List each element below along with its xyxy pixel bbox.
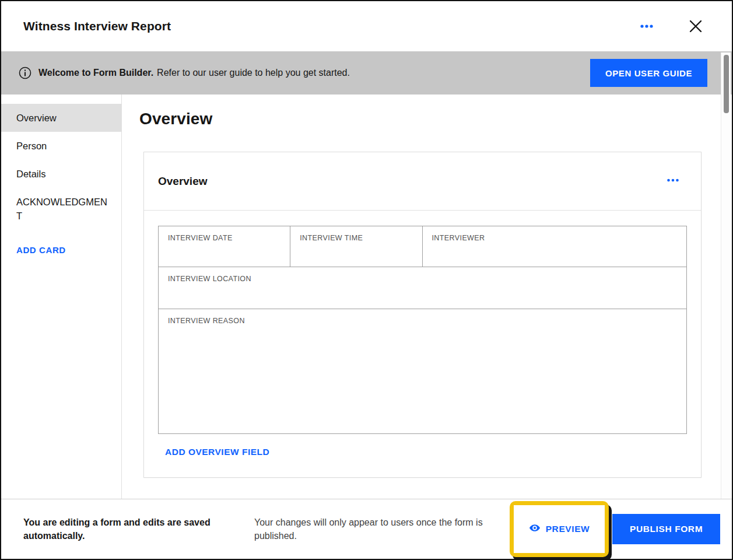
overflow-menu-icon bbox=[639, 19, 654, 34]
banner-message: Welcome to Form Builder. Refer to our us… bbox=[38, 68, 350, 78]
eye-icon bbox=[529, 522, 541, 536]
sidebar-item-details[interactable]: Details bbox=[1, 160, 121, 188]
close-button[interactable] bbox=[683, 13, 709, 39]
sidebar-item-overview[interactable]: Overview bbox=[1, 104, 121, 132]
publish-form-button[interactable]: PUBLISH FORM bbox=[612, 514, 720, 544]
overview-card-header: Overview bbox=[144, 152, 701, 211]
autosave-note: You are editing a form and edits are sav… bbox=[23, 516, 233, 542]
field-interview-time[interactable]: INTERVIEW TIME bbox=[290, 226, 422, 267]
main-panel: Overview Overview bbox=[122, 94, 732, 499]
publish-note: Your changes will only appear to users o… bbox=[254, 516, 510, 542]
card-overflow-menu-button[interactable] bbox=[660, 169, 686, 194]
form-builder-modal: Witness Interview Report bbox=[0, 0, 733, 560]
field-interview-date[interactable]: INTERVIEW DATE bbox=[159, 226, 290, 267]
content-area: Overview Person Details ACKNOWLEDGMENT A… bbox=[1, 94, 732, 499]
modal-header: Witness Interview Report bbox=[1, 1, 732, 51]
info-icon bbox=[17, 65, 33, 80]
form-title: Witness Interview Report bbox=[23, 19, 171, 33]
preview-button[interactable]: PREVIEW bbox=[514, 505, 605, 553]
welcome-banner: Welcome to Form Builder. Refer to our us… bbox=[1, 51, 732, 94]
add-overview-field-button[interactable]: ADD OVERVIEW FIELD bbox=[165, 447, 269, 457]
sidebar-item-acknowledgment[interactable]: ACKNOWLEDGMENT bbox=[1, 188, 121, 230]
overview-card-body: INTERVIEW DATE INTERVIEW TIME INTERVIEWE… bbox=[144, 211, 701, 477]
banner-message-bold: Welcome to Form Builder. bbox=[38, 68, 153, 78]
scrollbar-thumb[interactable] bbox=[724, 55, 729, 113]
overview-card: Overview INTERVIEW bbox=[143, 152, 702, 478]
header-overflow-menu-button[interactable] bbox=[634, 13, 660, 39]
overview-card-title: Overview bbox=[158, 175, 208, 188]
card-overflow-menu-icon bbox=[666, 173, 680, 189]
page-title: Overview bbox=[139, 110, 702, 128]
card-nav-sidebar: Overview Person Details ACKNOWLEDGMENT A… bbox=[1, 94, 122, 499]
preview-highlight-annotation: PREVIEW bbox=[510, 501, 609, 557]
preview-button-label: PREVIEW bbox=[546, 524, 590, 534]
field-interviewer[interactable]: INTERVIEWER bbox=[423, 226, 687, 267]
sidebar-item-person[interactable]: Person bbox=[1, 132, 121, 160]
field-interview-reason[interactable]: INTERVIEW REASON bbox=[159, 309, 686, 433]
open-user-guide-button[interactable]: OPEN USER GUIDE bbox=[590, 59, 707, 87]
banner-message-text: Refer to our user guide to help you get … bbox=[157, 68, 350, 78]
close-icon bbox=[688, 19, 703, 34]
vertical-scrollbar[interactable] bbox=[721, 52, 731, 500]
modal-footer: You are editing a form and edits are sav… bbox=[1, 499, 732, 559]
add-card-button[interactable]: ADD CARD bbox=[1, 238, 121, 262]
field-interview-location[interactable]: INTERVIEW LOCATION bbox=[159, 267, 686, 309]
overview-field-grid: INTERVIEW DATE INTERVIEW TIME INTERVIEWE… bbox=[158, 226, 687, 434]
